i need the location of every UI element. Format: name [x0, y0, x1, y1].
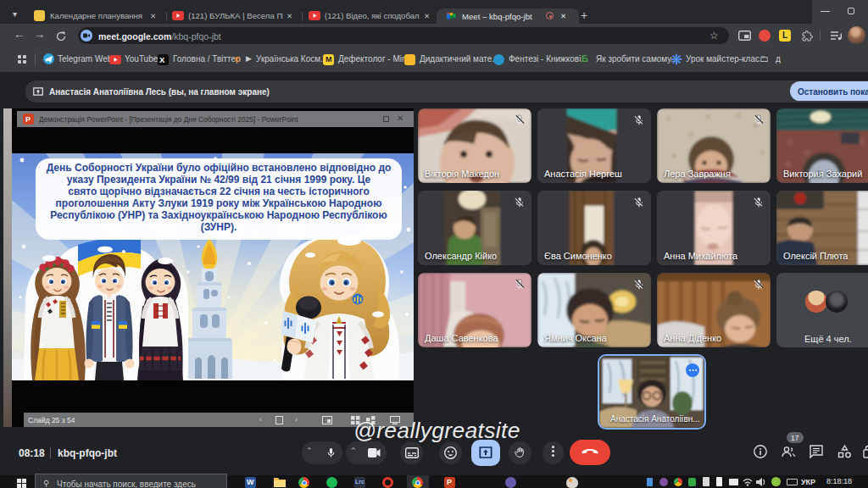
svg-text:проголошення Акту Злуки 1919 р: проголошення Акту Злуки 1919 року між Ук… — [56, 197, 382, 209]
svg-text:@reallygreatsite: @reallygreatsite — [353, 418, 520, 443]
svg-text:День Соборності України було о: День Соборності України було офіційно вс… — [47, 162, 392, 174]
svg-text:Республікою (УНР) та Західноук: Республікою (УНР) та Західноукраїнською … — [50, 209, 387, 221]
svg-text:свято щорічно відзначається 22: свято щорічно відзначається 22 січня на … — [68, 186, 369, 197]
svg-text:указу Президента України № 42/: указу Президента України № 42/99 від 21 … — [67, 174, 371, 186]
svg-text:(ЗУНР).: (ЗУНР). — [201, 221, 237, 233]
